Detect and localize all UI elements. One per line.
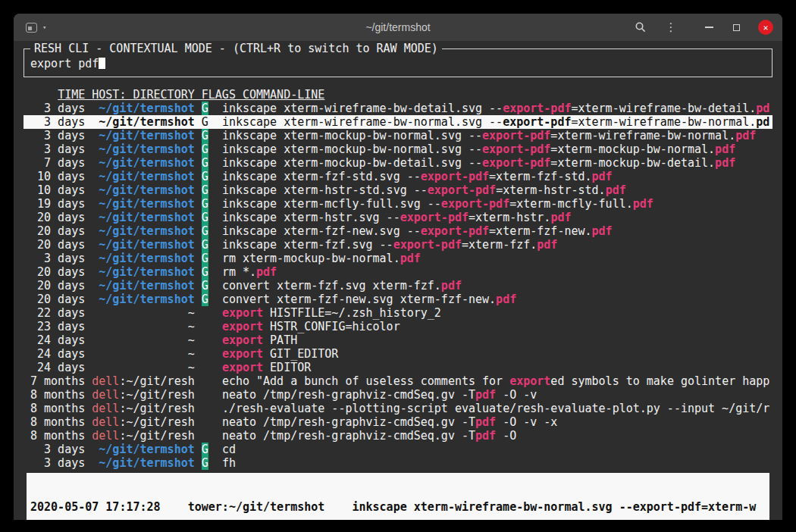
history-row[interactable]: 24 days ~ export EDITOR: [24, 361, 772, 374]
time-cell: 7 days: [30, 156, 92, 170]
text-segment: [208, 142, 222, 156]
text-segment: [208, 388, 222, 402]
history-row[interactable]: 20 days ~/git/termshot G convert xterm-f…: [24, 279, 772, 293]
cmd-segment: =xterm-hstr-std.: [496, 183, 606, 197]
cmd-segment: =xterm-wireframe-bw-detail.: [571, 102, 756, 115]
history-row[interactable]: 8 months dell:~/git/resh neato /tmp/resh…: [24, 415, 772, 429]
status-line1: 2020-05-07 17:17:28 tower:~/git/termshot…: [30, 500, 766, 514]
menu-kebab-icon[interactable]: ⋮: [662, 18, 680, 36]
history-row[interactable]: 7 days ~/git/termshot G inkscape xterm-m…: [24, 156, 772, 170]
text-segment: [195, 211, 202, 224]
cmd-segment: =xterm-wireframe-bw-normal.: [571, 115, 756, 129]
git-flag-badge: G: [202, 156, 208, 170]
cmd-segment: convert xterm-fzf.svg xterm-fzf.: [222, 279, 441, 293]
host-pad: [92, 306, 187, 320]
time-cell: 23 days: [30, 320, 92, 333]
close-button[interactable]: ✕: [758, 20, 773, 35]
host-path: dell: [92, 429, 119, 443]
history-row[interactable]: 22 days ~ export HISTFILE=~/.zsh_history…: [24, 306, 772, 320]
host-pad: [92, 238, 99, 252]
cmd-segment: GIT_EDITOR: [263, 347, 338, 361]
cmd-segment: pdf: [735, 129, 756, 142]
cmd-segment: pdf: [592, 224, 613, 238]
history-row[interactable]: 8 months dell:~/git/resh neato /tmp/resh…: [24, 388, 772, 402]
text-segment: [195, 333, 208, 347]
history-row[interactable]: 3 days ~/git/termshot G rm xterm-mockup-…: [24, 252, 772, 265]
search-query[interactable]: export pdf: [30, 57, 99, 70]
restore-icon[interactable]: [727, 18, 745, 36]
cmd-segment: =xterm-fzf-std.: [489, 170, 591, 183]
tab-dropdown-caret-icon[interactable]: ▾: [42, 23, 46, 31]
search-icon[interactable]: [631, 18, 650, 36]
git-flag-badge: G: [202, 238, 208, 252]
history-row[interactable]: 20 days ~/git/termshot G inkscape xterm-…: [24, 238, 772, 252]
history-row[interactable]: 24 days ~ export GIT_EDITOR: [24, 347, 772, 361]
history-row[interactable]: 3 days ~/git/termshot G fh: [24, 456, 772, 470]
history-row[interactable]: 8 months dell:~/git/resh neato /tmp/resh…: [24, 429, 772, 443]
history-row[interactable]: 23 days ~ export HSTR_CONFIG=hicolor: [24, 320, 772, 333]
cmd-segment: inkscape xterm-mockup-bw-detail.svg --: [222, 156, 482, 170]
history-row[interactable]: 10 days ~/git/termshot G inkscape xterm-…: [24, 170, 772, 183]
new-tab-icon[interactable]: [26, 23, 37, 33]
host-path: ~/git/termshot: [99, 265, 194, 279]
history-row[interactable]: 24 days ~ export PATH: [24, 333, 772, 347]
history-row[interactable]: 8 months dell:~/git/resh ./resh-evaluate…: [24, 402, 772, 415]
cmd-segment: PATH: [263, 333, 297, 347]
host-pad: [92, 333, 187, 347]
text-segment: [208, 402, 222, 415]
text-segment: [195, 265, 202, 279]
time-cell: 20 days: [30, 279, 92, 293]
text-segment: [208, 183, 222, 197]
text-segment: [208, 170, 222, 183]
host-pad: [92, 456, 99, 470]
time-cell: 22 days: [30, 306, 92, 320]
host-path: ~/git/termshot: [99, 102, 194, 115]
cmd-segment: =xterm-hstr.: [469, 211, 550, 224]
host-pad: [92, 443, 99, 456]
text-segment: [208, 293, 222, 306]
time-cell: 20 days: [30, 265, 92, 279]
history-row[interactable]: 10 days ~/git/termshot G inkscape xterm-…: [24, 183, 772, 197]
host-pad: [92, 265, 99, 279]
host-path: :~/git/resh: [119, 429, 194, 443]
text-segment: [208, 115, 222, 129]
titlebar[interactable]: ▾ ~/git/termshot ⋮ ✕: [14, 14, 782, 41]
history-row[interactable]: 3 days ~/git/termshot G cd: [24, 443, 772, 456]
text-segment: [208, 456, 222, 470]
text-segment: [195, 320, 208, 333]
text-segment: [208, 156, 222, 170]
history-row[interactable]: 3 days ~/git/termshot G inkscape xterm-w…: [24, 102, 772, 115]
host-path: ~/git/termshot: [99, 252, 194, 265]
host-path: :~/git/resh: [119, 415, 194, 429]
host-path: ~/git/termshot: [99, 156, 194, 170]
history-row[interactable]: 20 days ~/git/termshot G convert xterm-f…: [24, 293, 772, 306]
git-flag-badge: G: [202, 129, 208, 142]
cmd-segment: pdf: [400, 252, 421, 265]
text-segment: [208, 102, 222, 115]
text-segment: [208, 224, 222, 238]
history-row[interactable]: 3 days ~/git/termshot G inkscape xterm-w…: [24, 115, 772, 129]
history-row[interactable]: 20 days ~/git/termshot G inkscape xterm-…: [24, 224, 772, 238]
cmd-segment: export: [222, 347, 263, 361]
host-path: ~/git/termshot: [99, 129, 194, 142]
history-row[interactable]: 20 days ~/git/termshot G rm *.pdf: [24, 265, 772, 279]
minimize-icon[interactable]: [700, 18, 718, 36]
cmd-segment: cd: [222, 443, 236, 456]
cmd-segment: rm *.: [222, 265, 256, 279]
text-segment: [195, 347, 208, 361]
history-row[interactable]: 3 days ~/git/termshot G inkscape xterm-m…: [24, 129, 772, 142]
host-path: ~/git/termshot: [99, 142, 194, 156]
history-row[interactable]: 19 days ~/git/termshot G inkscape xterm-…: [24, 197, 772, 211]
text-segment: [208, 429, 222, 443]
git-flag-badge: G: [202, 183, 208, 197]
text-segment: [195, 374, 208, 388]
history-row[interactable]: 7 months dell:~/git/resh echo "Add a bun…: [24, 374, 772, 388]
search-box[interactable]: RESH CLI - CONTEXTUAL MODE - (CTRL+R to …: [24, 49, 772, 77]
history-row[interactable]: 3 days ~/git/termshot G inkscape xterm-m…: [24, 142, 772, 156]
host-path: ~/git/termshot: [99, 238, 194, 252]
cmd-segment: =xterm-mockup-bw-detail.: [550, 156, 715, 170]
host-path: dell: [92, 388, 119, 402]
host-path: ~/git/termshot: [99, 293, 194, 306]
cmd-segment: inkscape xterm-hstr-std.svg --: [222, 183, 428, 197]
history-row[interactable]: 20 days ~/git/termshot G inkscape xterm-…: [24, 211, 772, 224]
